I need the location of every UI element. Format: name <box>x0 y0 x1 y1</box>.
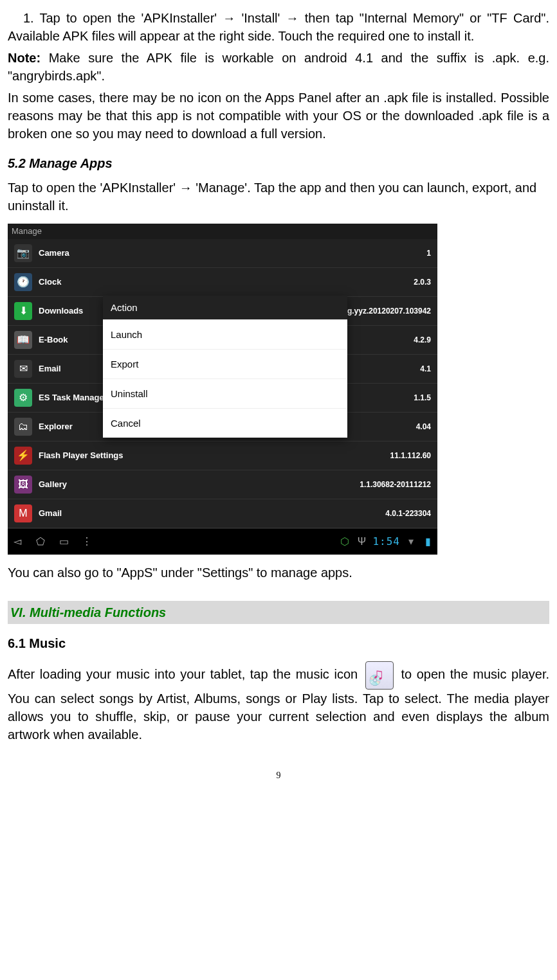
paragraph-install-steps: 1. Tap to open the 'APKInstaller' → 'Ins… <box>8 9 549 45</box>
android-icon: ⬡ <box>339 535 351 549</box>
wifi-icon: ▾ <box>405 535 417 549</box>
usb-icon: Ψ <box>356 535 367 549</box>
music-icon <box>365 661 394 690</box>
popup-action-uninstall[interactable]: Uninstall <box>103 379 347 408</box>
app-row[interactable]: ⚡Flash Player Settings11.1.112.60 <box>8 441 437 470</box>
app-version: 4.1 <box>420 364 431 375</box>
app-version: 1 <box>426 248 431 259</box>
paragraph-compat: In some cases, there may be no icon on t… <box>8 89 549 143</box>
action-popup: Action LaunchExportUninstallCancel <box>103 296 347 438</box>
app-name: Gallery <box>39 479 360 490</box>
app-version: 4.0.1-223304 <box>385 508 431 519</box>
apkinstaller-manage-screenshot: Manage 📷Camera1🕐Clock2.0.3⬇DownloadsB-en… <box>8 224 437 555</box>
paragraph-music: After loading your music into your table… <box>8 661 549 744</box>
app-icon: 🕐 <box>14 273 32 291</box>
app-version: 4.04 <box>416 422 431 432</box>
app-icon: 📖 <box>14 331 32 349</box>
music-text-pre: After loading your music into your table… <box>8 667 363 681</box>
app-row[interactable]: MGmail4.0.1-223304 <box>8 499 437 528</box>
system-navbar: ◅ ⬠ ▭ ⋮ ⬡ Ψ 1:54 ▾ ▮ <box>8 528 437 555</box>
app-icon: ⬇ <box>14 302 32 320</box>
menu-icon[interactable]: ⋮ <box>81 535 93 549</box>
app-version: 11.1.112.60 <box>390 450 431 461</box>
app-icon: 🖼 <box>14 476 32 494</box>
popup-title: Action <box>103 296 347 319</box>
note-label: Note: <box>8 51 41 65</box>
app-version: 1.1.30682-20111212 <box>360 479 431 490</box>
app-name: Gmail <box>39 508 385 519</box>
home-icon[interactable]: ⬠ <box>35 535 46 549</box>
app-version: 2.0.3 <box>414 277 431 288</box>
popup-action-export[interactable]: Export <box>103 349 347 379</box>
status-clock: 1:54 <box>372 535 400 549</box>
app-row[interactable]: 🖼Gallery1.1.30682-20111212 <box>8 470 437 499</box>
app-name: Clock <box>39 276 414 288</box>
page-number: 9 <box>8 769 549 782</box>
app-row[interactable]: 📷Camera1 <box>8 239 437 268</box>
app-icon: ⚙ <box>14 389 32 407</box>
heading-6-1: 6.1 Music <box>8 634 549 652</box>
app-version: 1.1.5 <box>414 393 431 404</box>
popup-action-cancel[interactable]: Cancel <box>103 408 347 438</box>
heading-5-2: 5.2 Manage Apps <box>8 154 549 172</box>
app-icon: 📷 <box>14 244 32 262</box>
app-version: 4.2.9 <box>414 335 431 346</box>
heading-vi: VI. Multi-media Functions <box>8 601 549 624</box>
back-icon[interactable]: ◅ <box>12 535 23 549</box>
app-icon: ✉ <box>14 360 32 378</box>
note-body: Make sure the APK file is workable on an… <box>8 51 549 83</box>
battery-icon: ▮ <box>422 535 434 549</box>
app-name: Flash Player Settings <box>39 450 390 461</box>
app-name: Camera <box>39 247 426 259</box>
paragraph-note: Note: Make sure the APK file is workable… <box>8 49 549 85</box>
recent-apps-icon[interactable]: ▭ <box>58 535 69 549</box>
app-icon: 🗂 <box>14 418 32 436</box>
paragraph-manage-intro: Tap to open the 'APKInstaller' → 'Manage… <box>8 179 549 215</box>
manage-tab[interactable]: Manage <box>8 224 437 239</box>
app-icon: ⚡ <box>14 447 32 465</box>
popup-action-launch[interactable]: Launch <box>103 319 347 349</box>
paragraph-apps-settings: You can also go to "AppS" under "Setting… <box>8 564 549 582</box>
app-icon: M <box>14 504 32 522</box>
app-row[interactable]: 🕐Clock2.0.3 <box>8 268 437 297</box>
